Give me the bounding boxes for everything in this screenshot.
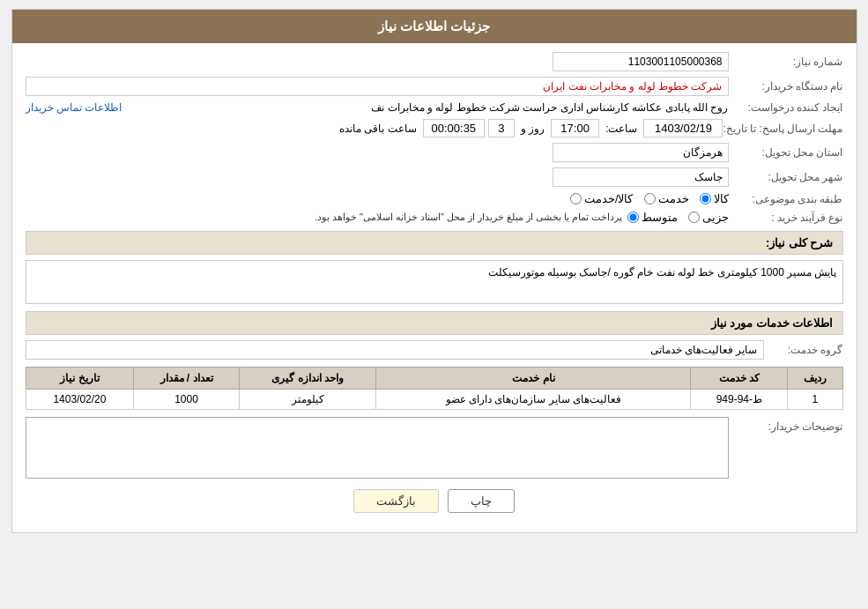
col-tedad: تعداد / مقدار	[134, 368, 239, 390]
arssal-remain-label: ساعت باقی مانده	[339, 123, 417, 135]
sharh-section-title: شرح کلی نیاز:	[26, 231, 843, 255]
farayand-row: نوع فرآیند خرید : جزیی متوسط پرداخت تمام…	[26, 211, 843, 224]
farayand-mottavasset-label: متوسط	[642, 211, 678, 224]
service-table: ردیف کد خدمت نام خدمت واحد اندازه گیری ت…	[26, 367, 843, 410]
tabagheh-label: طبقه بندی موضوعی:	[729, 193, 843, 205]
cell-radif: 1	[788, 390, 842, 410]
farayand-label: نوع فرآیند خرید :	[729, 212, 843, 224]
tabagheh-kala-khedmat-radio[interactable]	[570, 193, 582, 204]
arssal-time-label: ساعت:	[605, 123, 637, 135]
cell-tedad: 1000	[134, 390, 239, 410]
farayand-options: جزیی متوسط	[627, 211, 729, 224]
print-button[interactable]: چاپ	[448, 489, 515, 513]
tosih-label: توضیحات خریدار:	[729, 417, 843, 433]
shahr-label: شهر محل تحویل:	[729, 171, 843, 183]
tabagheh-kala-label: کالا	[714, 192, 729, 205]
farayand-mottavasset-item[interactable]: متوسط	[627, 211, 678, 224]
daststgah-label: نام دستگاه خریدار:	[729, 80, 843, 93]
arssal-remain: 00:00:35	[423, 119, 485, 137]
creator-label: ایجاد کننده درخواست:	[729, 101, 843, 114]
col-name: نام خدمت	[376, 368, 691, 390]
daststgah-row: نام دستگاه خریدار: شرکت خطوط لوله و مخاب…	[26, 77, 843, 96]
farayand-jozi-item[interactable]: جزیی	[688, 211, 729, 224]
creator-link[interactable]: اطلاعات تماس خریدار	[26, 101, 122, 114]
tabagheh-row: طبقه بندی موضوعی: کالا خدمت کالا/خدمت	[26, 192, 843, 205]
col-kod: کد خدمت	[691, 368, 788, 390]
creator-value: روح الله پابادی عکاشه کارشناس اداری حراس…	[127, 101, 728, 114]
back-button[interactable]: بازگشت	[353, 489, 439, 513]
farayand-mottavasset-radio[interactable]	[627, 212, 639, 223]
tabagheh-options: کالا خدمت کالا/خدمت	[570, 192, 729, 205]
col-radif: ردیف	[788, 368, 842, 390]
tabagheh-kala-khedmat-item[interactable]: کالا/خدمت	[570, 192, 634, 205]
creator-row: ایجاد کننده درخواست: روح الله پابادی عکا…	[26, 101, 843, 114]
page-title: جزئیات اطلاعات نیاز	[12, 10, 857, 43]
tabagheh-khedmat-radio[interactable]	[644, 193, 656, 204]
shmare-row: شماره نیاز: 1103001105000368	[26, 52, 843, 71]
cell-tarikh: 1403/02/20	[26, 390, 134, 410]
shahr-value: جاسک	[553, 167, 729, 187]
grouh-row: گروه خدمت: سایر فعالیت‌های خدماتی	[26, 340, 843, 360]
col-vahed: واحد اندازه گیری	[239, 368, 376, 390]
tabagheh-khedmat-item[interactable]: خدمت	[644, 192, 689, 205]
arssal-time: 17:00	[551, 119, 599, 137]
tabagheh-kala-item[interactable]: کالا	[700, 192, 729, 205]
cell-kod: ط-94-949	[691, 390, 788, 410]
tosih-row: توضیحات خریدار:	[26, 417, 843, 479]
farayand-jozi-radio[interactable]	[688, 212, 700, 223]
ostan-row: استان محل تحویل: هرمزگان	[26, 143, 843, 162]
table-row: 1 ط-94-949 فعالیت‌های سایر سازمان‌های دا…	[26, 390, 842, 410]
arssal-row: مهلت ارسال پاسخ: تا تاریخ: 1403/02/19 سا…	[26, 119, 843, 137]
arssal-datetime: 1403/02/19 ساعت: 17:00 روز و 3 00:00:35 …	[337, 119, 723, 137]
grouh-value: سایر فعالیت‌های خدماتی	[26, 340, 764, 360]
arssal-label: مهلت ارسال پاسخ: تا تاریخ:	[723, 123, 842, 135]
cell-vahed: کیلومتر	[239, 390, 376, 410]
tosih-textarea[interactable]	[26, 417, 729, 479]
khadamat-section-title: اطلاعات خدمات مورد نیاز	[26, 311, 843, 335]
tabagheh-khedmat-label: خدمت	[658, 192, 689, 205]
footer-buttons: چاپ بازگشت	[26, 489, 843, 513]
daststgah-value: شرکت خطوط لوله و مخابرات نفت ایران	[26, 77, 729, 96]
shmare-value: 1103001105000368	[553, 52, 729, 71]
tabagheh-kala-khedmat-label: کالا/خدمت	[584, 192, 634, 205]
cell-name: فعالیت‌های سایر سازمان‌های دارای عضو	[376, 390, 691, 410]
tabagheh-kala-radio[interactable]	[700, 193, 711, 204]
col-tarikh: تاریخ نیاز	[26, 368, 134, 390]
grouh-label: گروه خدمت:	[764, 344, 843, 356]
arssal-date: 1403/02/19	[643, 119, 723, 137]
ostan-value: هرمزگان	[553, 143, 729, 162]
farayand-jozi-label: جزیی	[702, 211, 729, 224]
arssal-roz: 3	[488, 119, 515, 137]
sharh-value: پایش مسیر 1000 کیلومتری خط لوله نفت خام …	[26, 260, 843, 304]
arssal-roz-label: روز و	[521, 123, 545, 135]
farayand-note: پرداخت تمام یا بخشی از مبلغ خریدار از مح…	[315, 212, 623, 223]
ostan-label: استان محل تحویل:	[729, 146, 843, 159]
shahr-row: شهر محل تحویل: جاسک	[26, 167, 843, 187]
shmare-label: شماره نیاز:	[729, 56, 843, 68]
